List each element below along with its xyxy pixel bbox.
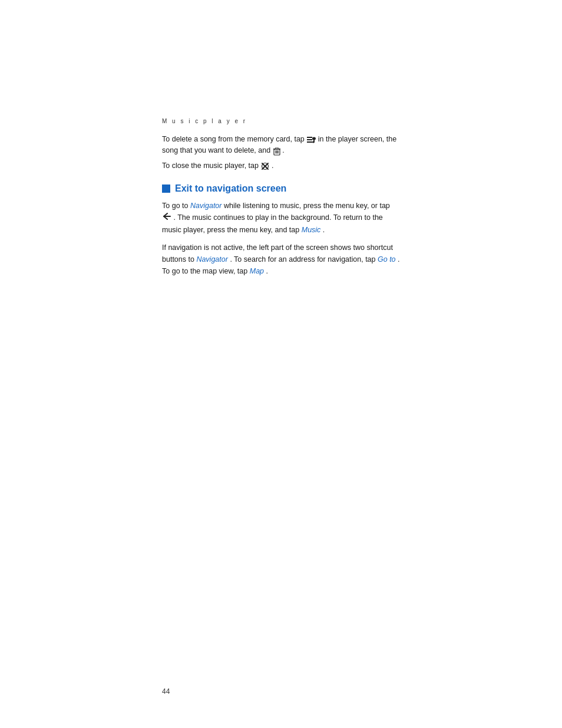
section-label: M u s i c p l a y e r	[162, 118, 400, 124]
link-map[interactable]: Map	[250, 267, 264, 275]
svg-rect-8	[276, 147, 278, 149]
para2-mid: . To search for an address for navigatio…	[230, 255, 375, 263]
close-text: To close the music player, tap	[162, 162, 259, 170]
svg-rect-1	[307, 139, 312, 140]
delete-instruction: To delete a song from the memory card, t…	[162, 134, 400, 157]
trash-icon	[273, 147, 280, 155]
back-arrow-icon	[163, 212, 171, 224]
para1-start: To go to	[162, 202, 188, 210]
paragraph-navigation-inactive: If navigation is not active, the left pa…	[162, 242, 400, 277]
section-heading-exit: Exit to navigation screen	[162, 183, 400, 194]
section-heading-text: Exit to navigation screen	[175, 183, 286, 194]
link-music-1[interactable]: Music	[302, 226, 321, 234]
delete-text-period: .	[282, 146, 284, 154]
svg-rect-9	[275, 150, 276, 154]
close-icon	[261, 162, 269, 170]
link-navigator-1[interactable]: Navigator	[190, 202, 222, 210]
svg-rect-2	[307, 141, 312, 143]
close-period: .	[272, 162, 273, 170]
svg-point-5	[312, 141, 315, 143]
para1-mid: while listening to music, press the menu…	[224, 202, 390, 210]
para1-close: .	[323, 226, 325, 234]
close-instruction: To close the music player, tap .	[162, 160, 400, 172]
music-manage-icon	[307, 136, 315, 143]
svg-rect-11	[277, 150, 278, 154]
svg-rect-10	[276, 150, 277, 154]
para2-close: .	[266, 267, 268, 275]
para1-end: . The music continues to play in the bac…	[162, 213, 383, 234]
link-navigator-2[interactable]: Navigator	[196, 255, 228, 263]
heading-square-icon	[162, 185, 170, 193]
svg-rect-0	[307, 137, 312, 138]
link-goto[interactable]: Go to	[378, 255, 396, 263]
page-number: 44	[162, 687, 170, 696]
delete-text-start: To delete a song from the memory card, t…	[162, 135, 305, 143]
paragraph-navigator: To go to Navigator while listening to mu…	[162, 200, 400, 236]
